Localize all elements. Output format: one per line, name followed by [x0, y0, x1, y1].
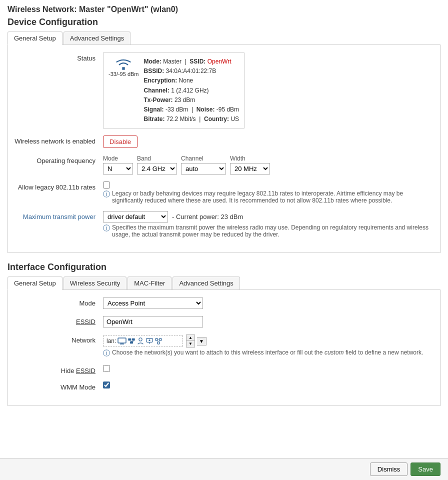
- legacy-rates-checkbox[interactable]: [103, 182, 110, 188]
- channel-label: Channel:: [144, 87, 170, 94]
- page-title: Wireless Network: Master "OpenWrt" (wlan…: [8, 5, 440, 14]
- signal-value: -33 dBm: [166, 106, 188, 113]
- txpower-status-label: Tx-Power:: [144, 96, 173, 104]
- dismiss-button[interactable]: Dismiss: [370, 462, 408, 476]
- freq-width-label: Width: [230, 155, 270, 162]
- essid-input[interactable]: [103, 316, 203, 328]
- tab-device-advanced-settings[interactable]: Advanced Settings: [64, 32, 130, 44]
- hide-essid-row: Hide ESSID: [13, 365, 435, 374]
- freq-band-label: Band: [137, 155, 177, 162]
- spinner-up[interactable]: ▲: [186, 335, 194, 341]
- wifi-icon: [114, 57, 132, 71]
- save-button[interactable]: Save: [410, 462, 440, 476]
- channel-select[interactable]: auto123611: [181, 163, 226, 174]
- wireless-enabled-row: Wireless network is enabled Disable: [13, 136, 435, 148]
- interface-tabs: General Setup Wireless Security MAC-Filt…: [8, 276, 440, 290]
- legacy-rates-control: ⓘ Legacy or badly behaving devices may r…: [103, 182, 435, 204]
- wmm-mode-control: [103, 382, 435, 390]
- hide-essid-checkbox[interactable]: [103, 365, 110, 372]
- noise-label: Noise:: [196, 106, 215, 113]
- bottom-bar: Dismiss Save: [0, 458, 448, 480]
- help-icon-legacy: ⓘ: [103, 190, 110, 199]
- iface-mode-label: Mode: [13, 298, 103, 307]
- txpower-select[interactable]: driver default1 dBm5 dBm10 dBm20 dBm23 d…: [103, 211, 168, 222]
- device-tab-content: Status -33/-95 dBm Mode: Ma: [8, 45, 440, 253]
- net-icon-4: [146, 338, 154, 344]
- network-icons: [118, 338, 162, 344]
- noise-value: -95 dBm: [216, 106, 239, 113]
- help-icon-txpower: ⓘ: [103, 224, 110, 233]
- tab-device-general-setup[interactable]: General Setup: [8, 32, 62, 45]
- tab-iface-advanced-settings[interactable]: Advanced Settings: [172, 276, 240, 290]
- network-value-text: lan:: [106, 338, 116, 344]
- network-input-box[interactable]: lan:: [103, 336, 183, 346]
- freq-header-row: Mode Band Channel Width: [103, 155, 435, 162]
- svg-rect-4: [128, 338, 132, 341]
- ssid-label: SSID:: [190, 58, 206, 65]
- network-dropdown-btn[interactable]: ▼: [197, 337, 206, 346]
- wmm-mode-row: WMM Mode: [13, 382, 435, 391]
- freq-selects-row: NBGAC 2.4 GHz5 GHz auto123611 20 MHz40 M…: [103, 163, 435, 174]
- network-spinner[interactable]: ▲ ▼: [186, 334, 195, 348]
- bitrate-value: 72.2 Mbit/s: [166, 116, 196, 122]
- network-row: Network lan:: [13, 334, 435, 358]
- transmit-power-row: Maximum transmit power driver default1 d…: [13, 211, 435, 238]
- txpower-help-text: Specifies the maximum transmit power the…: [112, 224, 435, 238]
- device-config-section: Device Configuration General Setup Advan…: [8, 17, 440, 253]
- transmit-power-control: driver default1 dBm5 dBm10 dBm20 dBm23 d…: [103, 211, 435, 238]
- svg-point-14: [156, 338, 158, 341]
- tab-iface-mac-filter[interactable]: MAC-Filter: [128, 276, 172, 290]
- help-icon-network: ⓘ: [103, 349, 110, 358]
- svg-point-16: [158, 342, 160, 344]
- svg-rect-6: [130, 342, 133, 344]
- hide-essid-control: [103, 365, 435, 374]
- encryption-value: None: [179, 77, 194, 84]
- transmit-power-label: Maximum transmit power: [13, 211, 103, 220]
- interface-config-section: Interface Configuration General Setup Wi…: [8, 262, 440, 406]
- hide-essid-label: Hide ESSID: [13, 365, 103, 374]
- spinner-down[interactable]: ▼: [186, 341, 194, 347]
- bitrate-label: Bitrate:: [144, 116, 165, 122]
- wireless-enabled-control: Disable: [103, 136, 435, 148]
- width-select[interactable]: 20 MHz40 MHz80 MHz: [230, 163, 270, 174]
- country-value: US: [230, 116, 239, 122]
- essid-control: [103, 316, 435, 328]
- interface-config-title: Interface Configuration: [8, 262, 440, 272]
- svg-rect-1: [118, 338, 126, 343]
- legacy-help-text: Legacy or badly behaving devices may req…: [112, 190, 435, 204]
- network-label: Network: [13, 334, 103, 344]
- tab-iface-general-setup[interactable]: General Setup: [8, 276, 62, 290]
- wmm-mode-checkbox[interactable]: [103, 382, 110, 388]
- band-select[interactable]: 2.4 GHz5 GHz: [137, 163, 177, 174]
- legacy-checkbox-row: [103, 182, 435, 188]
- country-label: Country:: [204, 116, 229, 122]
- svg-rect-5: [132, 338, 135, 341]
- wireless-enabled-label: Wireless network is enabled: [13, 136, 103, 145]
- operating-freq-label: Operating frequency: [13, 155, 103, 164]
- network-help: ⓘ Choose the network(s) you want to atta…: [103, 349, 435, 358]
- essid-label: ESSID: [13, 316, 103, 326]
- channel-value: 1 (2.412 GHz): [171, 87, 208, 94]
- legacy-rates-row: Allow legacy 802.11b rates ⓘ Legacy or b…: [13, 182, 435, 204]
- bssid-value: 34:0A:A4:01:22:7B: [166, 68, 216, 74]
- svg-point-15: [160, 338, 162, 341]
- status-details: Mode: Master | SSID: OpenWrt BSSID: 34:0…: [144, 57, 240, 124]
- interface-tab-content: Mode Access Point Client Ad-Hoc Monitor …: [8, 290, 440, 406]
- svg-line-18: [158, 341, 158, 342]
- mode-value: Master: [163, 58, 182, 65]
- encryption-label: Encryption:: [144, 77, 178, 84]
- net-icon-5: [154, 338, 162, 344]
- tab-iface-wireless-security[interactable]: Wireless Security: [64, 276, 126, 290]
- current-power-text: - Current power: 23 dBm: [172, 213, 243, 220]
- freq-channel-label: Channel: [181, 155, 226, 162]
- essid-underline-label: ESSID: [76, 318, 96, 326]
- mode-label: Mode:: [144, 58, 162, 65]
- status-row: Status -33/-95 dBm Mode: Ma: [13, 52, 435, 128]
- mode-ap-select[interactable]: Access Point Client Ad-Hoc Monitor Mesh …: [103, 298, 203, 309]
- mode-select[interactable]: NBGAC: [103, 163, 133, 174]
- freq-mode-label: Mode: [103, 155, 133, 162]
- status-icon-area: -33/-95 dBm: [108, 57, 139, 77]
- disable-button[interactable]: Disable: [103, 136, 138, 148]
- net-icon-3: [136, 338, 144, 344]
- network-field: lan:: [103, 334, 435, 348]
